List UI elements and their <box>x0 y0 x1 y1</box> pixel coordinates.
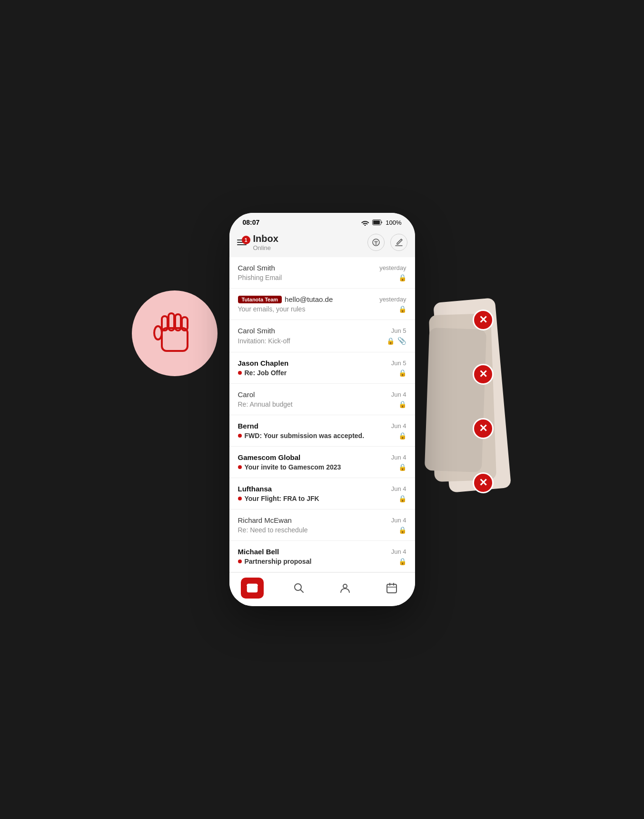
email-preview-5: Re: Annual budget <box>238 400 293 408</box>
email-preview-6: FWD: Your submission was accepted. <box>238 432 365 439</box>
nav-search[interactable] <box>287 578 310 599</box>
svg-rect-0 <box>162 328 188 351</box>
email-sender-7: Gamescom Global <box>238 453 301 461</box>
email-icons-8: 🔒 <box>398 495 406 502</box>
email-icons-4: 🔒 <box>398 369 406 377</box>
compose-button[interactable] <box>390 234 407 251</box>
email-date-8: Jun 4 <box>391 485 406 492</box>
email-icons-2: 🔒 <box>398 305 406 313</box>
nav-mail[interactable] <box>241 578 264 599</box>
compose-icon <box>395 238 403 247</box>
email-preview-1: Phishing Email <box>238 274 282 281</box>
email-preview-10: Partnership proposal <box>238 558 312 565</box>
x-buttons-group: ✕ ✕ ✕ ✕ <box>473 310 494 493</box>
lock-icon-5: 🔒 <box>398 400 406 408</box>
search-nav-icon <box>294 583 304 593</box>
email-icons-1: 🔒 <box>398 274 406 281</box>
svg-rect-16 <box>387 584 396 593</box>
email-item-10[interactable]: Michael Bell Jun 4 Partnership proposal … <box>229 541 415 572</box>
header-right <box>367 234 407 251</box>
email-sender-4: Jason Chaplen <box>238 359 289 367</box>
hand-icon <box>153 307 196 360</box>
email-date-6: Jun 4 <box>391 422 406 429</box>
email-item-8[interactable]: Lufthansa Jun 4 Your Flight: FRA to JFK … <box>229 478 415 509</box>
email-icons-5: 🔒 <box>398 400 406 408</box>
x-button-1[interactable]: ✕ <box>473 310 494 330</box>
email-preview-8: Your Flight: FRA to JFK <box>238 495 319 502</box>
lock-icon-6: 🔒 <box>398 432 406 439</box>
inbox-subtitle: Online <box>253 244 278 251</box>
inbox-title-group: Inbox Online <box>253 233 278 251</box>
email-date-3: Jun 5 <box>391 327 406 334</box>
unread-dot-10 <box>238 559 242 563</box>
battery-icon <box>372 220 383 225</box>
lock-icon-10: 🔒 <box>398 558 406 565</box>
lock-icon-4: 🔒 <box>398 369 406 377</box>
x-button-4[interactable]: ✕ <box>473 472 494 493</box>
email-sender-9: Richard McEwan <box>238 516 292 524</box>
lock-icon-8: 🔒 <box>398 495 406 502</box>
calendar-nav-icon <box>386 583 397 593</box>
email-sender-5: Carol <box>238 390 255 399</box>
email-date-5: Jun 4 <box>391 391 406 398</box>
email-preview-9: Re: Need to reschedule <box>238 526 308 534</box>
status-time: 08:07 <box>243 219 260 226</box>
x-button-2[interactable]: ✕ <box>473 364 494 385</box>
svg-line-14 <box>300 590 303 593</box>
unread-dot-7 <box>238 465 242 469</box>
lock-icon-3: 🔒 <box>386 337 395 345</box>
nav-calendar[interactable] <box>380 578 403 599</box>
email-date-1: yesterday <box>379 264 406 271</box>
email-item-4[interactable]: Jason Chaplen Jun 5 Re: Job Offer 🔒 <box>229 352 415 384</box>
email-icons-6: 🔒 <box>398 432 406 439</box>
email-date-9: Jun 4 <box>391 517 406 524</box>
email-icons-7: 🔒 <box>398 463 406 471</box>
lock-icon-2: 🔒 <box>398 305 406 313</box>
inbox-title: Inbox <box>253 233 278 244</box>
hand-background <box>132 290 218 376</box>
email-sender-1: Carol Smith <box>238 264 275 272</box>
mail-nav-icon <box>247 583 258 593</box>
email-date-10: Jun 4 <box>391 548 406 555</box>
email-icons-9: 🔒 <box>398 526 406 534</box>
email-item-9[interactable]: Richard McEwan Jun 4 Re: Need to resched… <box>229 509 415 541</box>
email-icons-3: 🔒 📎 <box>386 337 406 345</box>
email-item-6[interactable]: Bernd Jun 4 FWD: Your submission was acc… <box>229 415 415 447</box>
email-sender-10: Michael Bell <box>238 548 279 556</box>
svg-rect-7 <box>373 220 380 224</box>
email-icons-10: 🔒 <box>398 558 406 565</box>
email-sender-2: Tutanota Team hello@tutao.de <box>238 295 333 303</box>
bottom-nav <box>229 572 415 606</box>
email-sender-8: Lufthansa <box>238 485 272 493</box>
email-sender-3: Carol Smith <box>238 327 275 335</box>
email-item-3[interactable]: Carol Smith Jun 5 Invitation: Kick-off 🔒… <box>229 320 415 352</box>
email-item-5[interactable]: Carol Jun 4 Re: Annual budget 🔒 <box>229 384 415 415</box>
email-date-2: yesterday <box>379 296 406 303</box>
x-button-3[interactable]: ✕ <box>473 418 494 439</box>
svg-point-15 <box>343 584 347 588</box>
email-preview-4: Re: Job Offer <box>238 369 287 377</box>
email-item-7[interactable]: Gamescom Global Jun 4 Your invite to Gam… <box>229 447 415 478</box>
svg-point-8 <box>373 239 379 246</box>
lock-icon-1: 🔒 <box>398 274 406 281</box>
email-date-7: Jun 4 <box>391 454 406 461</box>
app-header: 1 Inbox Online <box>229 229 415 257</box>
email-preview-2: Your emails, your rules <box>238 305 306 313</box>
hamburger-menu[interactable]: 1 <box>237 240 247 245</box>
email-date-4: Jun 5 <box>391 360 406 367</box>
scene: ✕ ✕ ✕ ✕ 08:07 100% <box>160 205 484 614</box>
wifi-icon <box>361 219 369 226</box>
nav-contacts[interactable] <box>334 578 357 599</box>
attach-icon-3: 📎 <box>397 337 406 345</box>
email-item-2[interactable]: Tutanota Team hello@tutao.de yesterday Y… <box>229 289 415 320</box>
lock-icon-9: 🔒 <box>398 526 406 534</box>
filter-button[interactable] <box>367 234 385 251</box>
battery-percent: 100% <box>386 219 401 226</box>
email-preview-3: Invitation: Kick-off <box>238 337 290 345</box>
email-item-1[interactable]: Carol Smith yesterday Phishing Email 🔒 <box>229 257 415 289</box>
contacts-nav-icon <box>340 583 350 593</box>
email-sender-6: Bernd <box>238 422 258 430</box>
unread-dot-4 <box>238 371 242 375</box>
unread-dot-8 <box>238 497 242 500</box>
status-icons: 100% <box>361 219 401 226</box>
